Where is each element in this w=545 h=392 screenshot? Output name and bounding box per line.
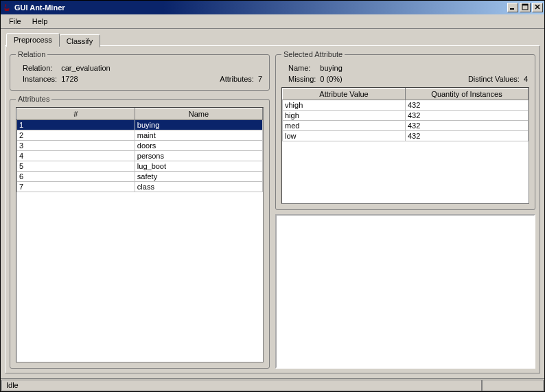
attr-name-cell: persons: [135, 151, 262, 161]
table-row[interactable]: 2maint: [17, 130, 263, 141]
sel-missing-value: 0 (0%): [320, 75, 464, 83]
attr-name-cell: buying: [135, 120, 262, 130]
status-text: Idle: [1, 380, 482, 391]
value-cell: low: [283, 131, 406, 141]
table-row[interactable]: 4persons: [17, 151, 263, 161]
values-col-value[interactable]: Attribute Value: [283, 89, 406, 100]
attr-name-cell: lug_boot: [135, 161, 262, 172]
attr-num-cell: 7: [17, 182, 135, 192]
attr-name-cell: class: [135, 182, 262, 192]
status-right-cell: [482, 380, 544, 391]
instances-value: 1728: [61, 75, 216, 83]
attr-name-cell: safety: [135, 172, 262, 182]
table-row[interactable]: 1buying: [17, 120, 263, 130]
table-row[interactable]: 5lug_boot: [17, 161, 263, 172]
attributes-table[interactable]: # Name 1buying2maint3doors4persons5lug_b…: [16, 108, 263, 192]
attr-num-cell: 3: [17, 141, 135, 151]
instances-label: Instances:: [23, 75, 57, 83]
close-button[interactable]: [532, 3, 543, 12]
qty-cell: 432: [406, 131, 529, 141]
minimize-button[interactable]: [507, 3, 518, 12]
attr-num-cell: 6: [17, 172, 135, 182]
attr-name-cell: maint: [135, 130, 262, 141]
sel-missing-label: Missing:: [288, 75, 316, 83]
table-row[interactable]: low432: [283, 131, 529, 141]
relation-fieldset: Relation Relation: car_evaluation Instan…: [10, 50, 270, 91]
tab-classify[interactable]: Classify: [59, 34, 101, 47]
menu-file[interactable]: File: [3, 16, 27, 27]
status-bar: Idle: [1, 378, 544, 392]
attr-num-cell: 2: [17, 130, 135, 141]
table-row[interactable]: med432: [283, 121, 529, 131]
sel-name-value: buying: [320, 64, 464, 72]
sel-distinct-label: Distinct Values:: [468, 75, 520, 83]
table-row[interactable]: high432: [283, 111, 529, 121]
attr-num-cell: 1: [17, 120, 135, 130]
table-row[interactable]: 7class: [17, 182, 263, 192]
tab-bar: Preprocess Classify: [6, 33, 540, 46]
window-titlebar: GUI Ant-Miner: [1, 1, 544, 14]
value-cell: high: [283, 111, 406, 121]
relation-legend: Relation: [16, 50, 47, 58]
attributes-fieldset: Attributes # Name 1buying2maint3doors4pe…: [10, 95, 270, 369]
attributes-table-container: # Name 1buying2maint3doors4persons5lug_b…: [16, 107, 264, 362]
tab-panel-preprocess: Relation Relation: car_evaluation Instan…: [5, 45, 540, 373]
qty-cell: 432: [406, 121, 529, 131]
attr-num-cell: 5: [17, 161, 135, 172]
visualization-panel: [275, 214, 535, 369]
sel-name-label: Name:: [288, 64, 316, 72]
svg-rect-0: [510, 8, 514, 10]
sel-distinct-value: 4: [524, 75, 528, 83]
values-col-qty[interactable]: Quantity of Instances: [406, 89, 529, 100]
qty-cell: 432: [406, 100, 529, 111]
attr-name-cell: doors: [135, 141, 262, 151]
tab-preprocess[interactable]: Preprocess: [6, 33, 60, 47]
table-row[interactable]: vhigh432: [283, 100, 529, 111]
attr-num-cell: 4: [17, 151, 135, 161]
qty-cell: 432: [406, 111, 529, 121]
relation-label: Relation:: [23, 64, 57, 72]
attributes-col-name[interactable]: Name: [135, 108, 262, 120]
table-row[interactable]: 6safety: [17, 172, 263, 182]
value-cell: med: [283, 121, 406, 131]
attributes-label: Attributes:: [220, 75, 254, 83]
table-row[interactable]: 3doors: [17, 141, 263, 151]
selected-attribute-legend: Selected Attribute: [281, 50, 345, 58]
window-title: GUI Ant-Miner: [14, 3, 506, 12]
java-icon: [2, 3, 12, 12]
menu-help[interactable]: Help: [27, 16, 54, 27]
attributes-col-num[interactable]: #: [17, 108, 135, 120]
relation-value: car_evaluation: [61, 64, 216, 72]
values-table[interactable]: Attribute Value Quantity of Instances vh…: [282, 88, 529, 141]
value-cell: vhigh: [283, 100, 406, 111]
attributes-legend: Attributes: [16, 95, 51, 103]
svg-rect-2: [522, 4, 528, 5]
selected-attribute-fieldset: Selected Attribute Name: buying Missing:…: [275, 50, 535, 210]
menubar: File Help: [1, 14, 544, 29]
attributes-value: 7: [258, 75, 262, 83]
maximize-button[interactable]: [520, 3, 531, 12]
values-table-container: Attribute Value Quantity of Instances vh…: [281, 87, 529, 204]
